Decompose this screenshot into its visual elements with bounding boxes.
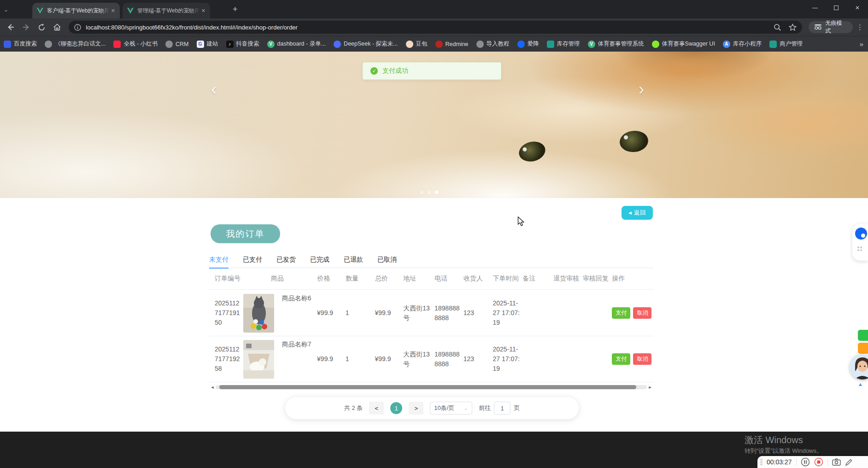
home-icon[interactable] bbox=[49, 20, 65, 34]
zoom-search-icon[interactable] bbox=[774, 23, 781, 31]
assistant-logo-icon[interactable] bbox=[855, 228, 867, 240]
site-info-icon[interactable] bbox=[74, 24, 81, 31]
scroll-right-icon[interactable]: ▸ bbox=[647, 384, 653, 390]
tab-paid[interactable]: 已支付 bbox=[243, 252, 262, 268]
tab-shipped[interactable]: 已发货 bbox=[276, 252, 296, 268]
pay-button[interactable]: 支付 bbox=[612, 307, 630, 319]
tab-cancelled[interactable]: 已取消 bbox=[377, 252, 397, 268]
back-triangle-icon: ◀ bbox=[628, 211, 632, 215]
page-size-select[interactable]: 10条/页 ⌄ bbox=[430, 402, 472, 415]
tiktok-icon: ♪ bbox=[226, 41, 234, 48]
tab-unpaid[interactable]: 未支付 bbox=[209, 252, 229, 268]
product-image[interactable] bbox=[243, 340, 274, 379]
quantity: 1 bbox=[346, 354, 375, 364]
forward-icon[interactable] bbox=[18, 20, 34, 34]
panel-chip-green[interactable] bbox=[858, 330, 868, 341]
address: 大西街13号 bbox=[403, 304, 434, 323]
deepseek-icon bbox=[334, 41, 341, 48]
incognito-label: 无痕模式 bbox=[825, 19, 847, 35]
header-price: 价格 bbox=[317, 275, 346, 283]
order-no: 2025112717719150 bbox=[215, 298, 243, 328]
browser-tab-admin[interactable]: 管理端-基于Web的宠物用品交 ✕ bbox=[123, 3, 210, 18]
quantity: 1 bbox=[346, 308, 375, 318]
bookmark-label: CRM bbox=[176, 41, 188, 47]
bookmark-item[interactable]: 爱降 bbox=[517, 40, 539, 48]
screenshot-camera-button[interactable] bbox=[832, 458, 841, 466]
stop-recording-button[interactable] bbox=[814, 457, 823, 467]
bookmark-item[interactable]: G建站 bbox=[197, 40, 218, 48]
bookmark-item[interactable]: 豆包 bbox=[406, 40, 428, 48]
bookmark-item[interactable]: V体育赛事管理系统 bbox=[588, 40, 644, 48]
carousel-next-icon[interactable]: › bbox=[639, 81, 644, 98]
maximize-button[interactable] bbox=[826, 0, 847, 16]
bookmark-label: 导入教程 bbox=[487, 40, 510, 48]
scrollbar-track[interactable] bbox=[216, 385, 647, 389]
drag-handle-icon[interactable] bbox=[760, 459, 762, 465]
bookmark-label: 体育赛事管理系统 bbox=[598, 40, 644, 48]
pay-button[interactable]: 支付 bbox=[612, 353, 630, 365]
goto-page-input[interactable] bbox=[494, 402, 510, 415]
bookmark-item[interactable]: 百度搜索 bbox=[4, 40, 37, 48]
tab-refunded[interactable]: 已退款 bbox=[344, 252, 363, 268]
reload-icon[interactable] bbox=[34, 20, 50, 34]
bookmark-item[interactable]: 导入教程 bbox=[476, 40, 510, 48]
table-horizontal-scrollbar[interactable]: ◂ ▸ bbox=[209, 384, 653, 390]
header-order-no: 订单编号 bbox=[215, 275, 243, 283]
carousel-prev-icon[interactable]: ‹ bbox=[211, 81, 217, 98]
bookmark-item[interactable]: Vdashboard - 录单... bbox=[267, 40, 326, 48]
bookmark-item[interactable]: 《聊斋志异白话文... bbox=[45, 40, 106, 48]
next-page-button[interactable]: > bbox=[409, 402, 423, 415]
browser-tab-client[interactable]: 客户端-基于Web的宠物用品交 ✕ bbox=[32, 3, 120, 18]
panel-chip-orange[interactable] bbox=[858, 343, 868, 354]
cat-photo-detail bbox=[517, 139, 547, 164]
bookmark-item[interactable]: ♪抖音搜索 bbox=[226, 40, 259, 48]
bookmark-item[interactable]: A库存小程序 bbox=[723, 40, 762, 48]
bookmarks-overflow-icon[interactable]: » bbox=[860, 40, 863, 48]
carousel-dot[interactable] bbox=[420, 191, 423, 194]
close-window-button[interactable]: ✕ bbox=[847, 0, 868, 16]
bookmark-label: 建站 bbox=[207, 40, 218, 48]
minimize-button[interactable]: — bbox=[804, 0, 826, 16]
doubao-icon bbox=[406, 41, 413, 48]
annotate-pencil-button[interactable] bbox=[845, 458, 853, 466]
tab-close-icon[interactable]: ✕ bbox=[111, 8, 115, 14]
browser-assistant-widget[interactable] bbox=[852, 224, 868, 261]
browser-menu-icon[interactable]: ⋮ bbox=[856, 23, 863, 31]
current-page-badge[interactable]: 1 bbox=[390, 402, 402, 414]
new-tab-button[interactable]: + bbox=[233, 5, 238, 14]
url-bar[interactable]: localhost:8080/springboot66fx32ko/front/… bbox=[69, 21, 802, 34]
bookmark-item[interactable]: 商户管理 bbox=[769, 40, 803, 48]
back-icon[interactable] bbox=[3, 20, 18, 34]
tab-close-icon[interactable]: ✕ bbox=[201, 8, 205, 14]
bookmark-label: DeepSeek - 探索未... bbox=[344, 40, 398, 48]
product-image[interactable] bbox=[243, 294, 274, 333]
cancel-order-button[interactable]: 取消 bbox=[633, 307, 651, 319]
header-quantity: 数量 bbox=[346, 275, 375, 283]
scrollbar-thumb[interactable] bbox=[219, 385, 636, 389]
bookmark-star-icon[interactable] bbox=[789, 23, 797, 31]
back-button[interactable]: ◀ 返回 bbox=[622, 206, 653, 220]
scroll-left-icon[interactable]: ◂ bbox=[209, 384, 216, 390]
prev-page-button[interactable]: < bbox=[369, 402, 384, 415]
product-name: 商品名称6 bbox=[282, 294, 311, 303]
drag-dots-icon[interactable] bbox=[857, 246, 862, 252]
cancel-order-button[interactable]: 取消 bbox=[633, 353, 651, 365]
pause-recording-button[interactable] bbox=[801, 457, 810, 467]
tab-completed[interactable]: 已完成 bbox=[310, 252, 329, 268]
bookmark-item[interactable]: 全栈 - 小红书 bbox=[113, 40, 158, 48]
bookmark-item[interactable]: Redmine bbox=[435, 41, 469, 48]
bookmark-item[interactable]: 体育赛事Swagger UI bbox=[652, 40, 715, 48]
header-phone: 电话 bbox=[434, 275, 463, 283]
bookmark-item[interactable]: DeepSeek - 探索未... bbox=[334, 40, 398, 48]
product-name: 商品名称7 bbox=[282, 340, 311, 349]
carousel-dot[interactable] bbox=[428, 191, 431, 194]
bookmark-item[interactable]: CRM bbox=[165, 41, 188, 48]
scroll-up-arrow-icon[interactable]: ▲ bbox=[858, 381, 863, 387]
url-text[interactable]: localhost:8080/springboot66fx32ko/front/… bbox=[86, 24, 774, 31]
tab-search-chevron-icon[interactable]: ⌄ bbox=[4, 6, 8, 13]
total-price: ¥99.9 bbox=[375, 308, 404, 318]
phone: 18988888888 bbox=[434, 304, 463, 323]
header-address: 地址 bbox=[404, 275, 435, 283]
carousel-dot-active[interactable] bbox=[435, 191, 438, 194]
bookmark-item[interactable]: 库存管理 bbox=[547, 40, 580, 48]
